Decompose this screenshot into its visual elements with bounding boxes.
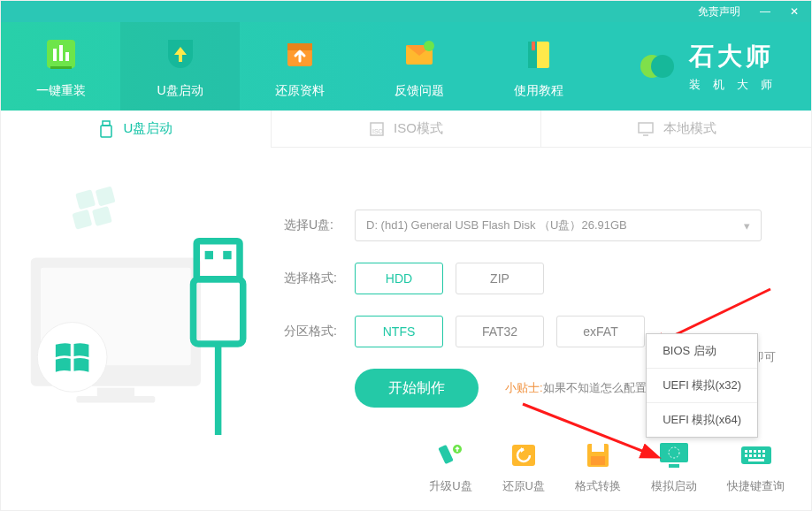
tool-label: 升级U盘 xyxy=(429,478,471,494)
menu-item-uefi-x64[interactable]: UEFI 模拟(x64) xyxy=(647,403,757,437)
svg-rect-47 xyxy=(754,450,756,453)
svg-rect-11 xyxy=(532,42,535,50)
tip: 小贴士:如果不知道怎么配置 xyxy=(505,380,647,396)
svg-rect-45 xyxy=(745,450,747,453)
svg-rect-54 xyxy=(762,454,765,457)
tool-label: 还原U盘 xyxy=(502,478,545,494)
tip-text: 如果不知道怎么配置 xyxy=(543,381,647,394)
app-window: 免责声明 — ✕ 一键重装 U盘启动 还原资料 xyxy=(0,0,812,511)
envelope-icon xyxy=(399,34,440,74)
svg-rect-23 xyxy=(92,206,112,226)
usb-select[interactable]: D: (hd1) General USB Flash Disk （U盘）26.9… xyxy=(355,210,762,241)
svg-rect-26 xyxy=(97,388,134,396)
fs-option-ntfs[interactable]: NTFS xyxy=(355,316,443,347)
nav: 一键重装 U盘启动 还原资料 反馈问题 xyxy=(1,22,598,111)
nav-label: 还原资料 xyxy=(275,83,325,99)
keyboard-icon xyxy=(739,439,774,471)
svg-point-8 xyxy=(424,41,434,51)
svg-point-13 xyxy=(651,55,674,78)
tool-label: 格式转换 xyxy=(575,478,621,494)
usb-illustration xyxy=(23,183,271,448)
svg-rect-30 xyxy=(223,251,231,259)
svg-rect-22 xyxy=(72,210,92,230)
tool-hotkey-query[interactable]: 快捷键查询 xyxy=(727,439,785,494)
svg-rect-27 xyxy=(76,396,155,403)
bar-chart-icon xyxy=(41,34,81,74)
svg-rect-20 xyxy=(75,189,96,210)
nav-feedback[interactable]: 反馈问题 xyxy=(359,22,479,111)
format-label: 选择格式: xyxy=(284,271,355,286)
nav-label: U盘启动 xyxy=(157,83,203,99)
usb-select-value: D: (hd1) General USB Flash Disk （U盘）26.9… xyxy=(366,217,627,233)
nav-label: 一键重装 xyxy=(36,83,86,99)
svg-line-34 xyxy=(523,404,647,453)
svg-rect-2 xyxy=(59,45,63,61)
logo-icon xyxy=(638,47,677,86)
svg-point-32 xyxy=(37,323,107,393)
svg-rect-46 xyxy=(749,450,752,453)
svg-rect-51 xyxy=(749,454,752,457)
usb-upgrade-icon xyxy=(433,439,468,471)
chevron-down-icon: ▾ xyxy=(744,219,750,233)
tab-usb-boot[interactable]: U盘启动 xyxy=(1,111,272,147)
nav-label: 反馈问题 xyxy=(395,83,444,99)
svg-rect-55 xyxy=(748,459,764,461)
svg-rect-28 xyxy=(196,241,240,279)
svg-rect-21 xyxy=(96,187,116,207)
tool-label: 快捷键查询 xyxy=(727,478,785,494)
svg-rect-1 xyxy=(53,49,57,61)
svg-rect-4 xyxy=(50,66,72,69)
upload-box-icon xyxy=(280,34,320,74)
svg-rect-35 xyxy=(439,445,455,464)
tab-local[interactable]: 本地模式 xyxy=(541,111,811,147)
svg-rect-48 xyxy=(758,450,761,453)
svg-rect-52 xyxy=(754,454,756,457)
tip-label: 小贴士: xyxy=(505,381,543,394)
svg-rect-49 xyxy=(762,450,765,453)
svg-rect-3 xyxy=(65,52,69,61)
close-button[interactable]: ✕ xyxy=(790,5,799,18)
tabs: U盘启动 ISO ISO模式 本地模式 xyxy=(1,111,811,148)
nav-reinstall[interactable]: 一键重装 xyxy=(1,22,120,111)
tab-label: 本地模式 xyxy=(663,120,716,137)
start-button[interactable]: 开始制作 xyxy=(355,369,479,408)
nav-restore[interactable]: 还原资料 xyxy=(240,22,359,111)
usb-icon xyxy=(98,120,114,138)
svg-rect-18 xyxy=(639,123,653,133)
tab-iso[interactable]: ISO ISO模式 xyxy=(272,111,542,147)
nav-tutorial[interactable]: 使用教程 xyxy=(479,22,598,111)
menu-item-uefi-x32[interactable]: UEFI 模拟(x32) xyxy=(647,369,757,403)
menu-item-bios[interactable]: BIOS 启动 xyxy=(647,334,757,369)
svg-rect-15 xyxy=(101,126,111,137)
svg-rect-29 xyxy=(205,251,213,259)
format-option-zip[interactable]: ZIP xyxy=(456,263,544,294)
brand-subtitle: 装机大师 xyxy=(689,77,785,93)
nav-label: 使用教程 xyxy=(514,83,563,99)
brand-title: 石大师 xyxy=(689,40,774,73)
content: 选择U盘: D: (hd1) General USB Flash Disk （U… xyxy=(1,148,811,511)
fs-label: 分区格式: xyxy=(284,324,355,339)
brand: 石大师 装机大师 xyxy=(638,22,811,111)
boot-simulate-menu: BIOS 启动 UEFI 模拟(x32) UEFI 模拟(x64) xyxy=(646,333,758,438)
nav-usb-boot[interactable]: U盘启动 xyxy=(120,22,240,111)
tool-label: 模拟启动 xyxy=(651,478,697,494)
format-option-hdd[interactable]: HDD xyxy=(355,263,443,294)
minimize-button[interactable]: — xyxy=(760,5,770,18)
book-icon xyxy=(518,34,559,74)
header: 一键重装 U盘启动 还原资料 反馈问题 xyxy=(1,22,811,111)
monitor-icon xyxy=(637,121,655,137)
svg-text:ISO: ISO xyxy=(372,128,384,134)
disclaimer-link[interactable]: 免责声明 xyxy=(698,4,740,19)
tab-label: ISO模式 xyxy=(394,120,443,137)
tab-label: U盘启动 xyxy=(123,120,172,137)
titlebar: 免责声明 — ✕ xyxy=(1,1,811,22)
iso-icon: ISO xyxy=(369,121,385,137)
fs-option-fat32[interactable]: FAT32 xyxy=(456,316,544,347)
shield-icon xyxy=(160,34,201,74)
svg-rect-6 xyxy=(287,43,312,50)
svg-rect-50 xyxy=(745,454,747,457)
tool-upgrade-usb[interactable]: 升级U盘 xyxy=(429,439,471,494)
usb-select-label: 选择U盘: xyxy=(284,217,355,233)
svg-rect-53 xyxy=(758,454,761,457)
